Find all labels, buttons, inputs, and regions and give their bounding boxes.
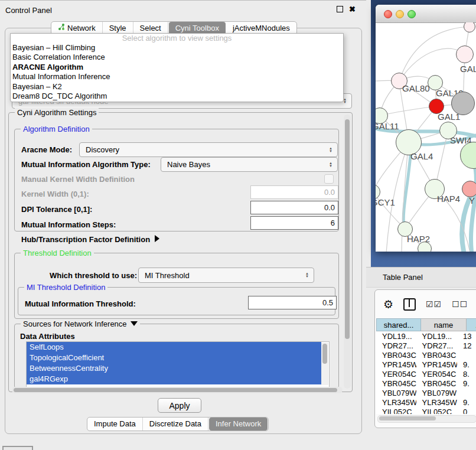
table-cell[interactable]: YDL19...	[376, 332, 416, 341]
table-cell[interactable]: 8.	[457, 370, 476, 379]
mi-algorithm-type-combobox[interactable]: Naive Bayes ▲▼	[161, 157, 338, 172]
scrollbar-thumb[interactable]	[322, 344, 327, 364]
columns-icon[interactable]	[403, 298, 416, 311]
algorithm-option[interactable]: ARACNE Algorithm	[11, 63, 343, 72]
table-horizontal-scrollbar[interactable]	[377, 415, 476, 423]
sources-toggle[interactable]: Sources for Network Inference	[21, 319, 140, 328]
table-row[interactable]: YPR145WYPR145W9.	[376, 360, 476, 370]
table-row[interactable]: YDL19...YDL19...13	[376, 332, 476, 341]
table-row[interactable]: YDR27...YDR27...12	[376, 341, 476, 351]
column-header-name[interactable]: name	[421, 318, 467, 331]
table-cell[interactable]: YDR27...	[416, 341, 457, 351]
zoom-window-icon[interactable]	[407, 10, 416, 18]
table-row[interactable]: YER054CYER054C8.	[376, 370, 476, 379]
network-view-window[interactable]: GALGAL80GAL10GAL1GAL11SWI4GAL4GCY1HAP4YH…	[376, 5, 476, 252]
attribute-item[interactable]: SelfLoops	[27, 342, 321, 353]
table-panel: ⚙ ☑☑ ☐☐ shared... name A YDL19...YDL19..…	[374, 289, 476, 428]
algorithm-option[interactable]: Mutual Information Inference	[11, 72, 343, 81]
unchecked-boxes-icon[interactable]: ☐☐	[452, 299, 468, 309]
table-row[interactable]: YBL079WYBL079W	[376, 389, 476, 398]
table-cell[interactable]: YBR043C	[376, 351, 416, 360]
table-cell[interactable]	[457, 351, 476, 360]
dropdown-placeholder: Select algorithm to view settings	[11, 34, 343, 43]
manual-kernel-checkbox[interactable]	[324, 174, 334, 184]
tab-label: Network	[67, 23, 96, 34]
network-canvas[interactable]: GALGAL80GAL10GAL1GAL11SWI4GAL4GCY1HAP4YH…	[376, 22, 476, 252]
apply-label: Apply	[169, 401, 190, 410]
table-panel-titlebar: Table Panel	[366, 267, 476, 288]
mi-steps-field[interactable]: 6	[250, 216, 338, 230]
close-panel-icon[interactable]: ✖	[349, 6, 356, 12]
attribute-item[interactable]: BetweennessCentrality	[27, 363, 321, 374]
table-cell[interactable]: YLR345W	[416, 398, 457, 407]
checked-boxes-icon[interactable]: ☑☑	[426, 299, 442, 309]
table-cell[interactable]: YBL079W	[416, 389, 457, 398]
table-cell[interactable]	[457, 389, 476, 398]
table-cell[interactable]: YBR045C	[376, 379, 416, 389]
table-row[interactable]: YLR345WYLR345W9.	[376, 398, 476, 407]
table-row[interactable]: YIL052CYIL052C0	[376, 407, 476, 414]
network-node[interactable]	[451, 92, 475, 115]
apply-button[interactable]: Apply	[158, 398, 201, 413]
node-label: HAP4	[437, 194, 460, 204]
algorithm-option[interactable]: Dream8 DC_TDC Algorithm	[11, 92, 343, 101]
data-attributes-list[interactable]: SelfLoopsTopologicalCoefficientBetweenne…	[26, 341, 330, 387]
table-cell[interactable]: YER054C	[416, 370, 457, 379]
corner-widget-icon[interactable]	[2, 446, 33, 450]
column-header-shared-name[interactable]: shared...	[376, 318, 421, 331]
table-cell[interactable]: 9.	[457, 398, 476, 407]
table-body[interactable]: YDL19...YDL19...13YDR27...YDR27...12YBR0…	[376, 332, 476, 414]
algorithm-option[interactable]: Bayesian – K2	[11, 82, 343, 92]
gear-icon[interactable]: ⚙	[383, 299, 393, 310]
attribute-item[interactable]: gal4RGexp	[27, 374, 321, 384]
algorithm-option[interactable]: Basic Correlation Inference	[11, 53, 343, 62]
settings-horizontal-scrollbar[interactable]	[12, 387, 343, 393]
close-window-icon[interactable]	[384, 10, 392, 18]
table-cell[interactable]: YIL052C	[416, 407, 457, 414]
group-title: MI Threshold Definition	[24, 283, 107, 292]
float-window-icon[interactable]	[337, 6, 343, 12]
table-row[interactable]: YBR043CYBR043C	[376, 351, 476, 360]
scrollbar-thumb[interactable]	[345, 119, 350, 339]
combo-value: Discovery	[80, 145, 326, 154]
table-cell[interactable]: YBR043C	[416, 351, 457, 360]
table-cell[interactable]: YLR345W	[376, 398, 416, 407]
algorithm-option[interactable]: Bayesian – Hill Climbing	[11, 43, 343, 53]
network-window-titlebar[interactable]	[376, 5, 476, 23]
attributes-scrollbar[interactable]	[321, 343, 328, 385]
which-threshold-combobox[interactable]: MI Threshold ▲▼	[138, 268, 314, 283]
table-cell[interactable]: YIL052C	[376, 407, 416, 414]
table-cell[interactable]: YPR145W	[416, 360, 457, 370]
scrollbar-thumb[interactable]	[14, 388, 337, 392]
table-cell[interactable]: YDL19...	[416, 332, 457, 341]
table-cell[interactable]: YDR27...	[376, 341, 416, 351]
network-node[interactable]	[462, 181, 476, 197]
combo-arrows-icon: ▲▼	[326, 147, 337, 153]
table-cell[interactable]: 9.	[457, 360, 476, 370]
table-cell[interactable]: 9.	[457, 379, 476, 389]
table-cell[interactable]: YBR045C	[416, 379, 457, 389]
hub-section-toggle[interactable]: Hub/Transcription Factor Definition	[21, 235, 159, 244]
table-cell[interactable]: 13	[457, 332, 476, 341]
table-row[interactable]: YBR045CYBR045C9.	[376, 379, 476, 389]
mi-threshold-field[interactable]: 0.5	[248, 296, 337, 309]
tab-discretize-data[interactable]: Discretize Data	[143, 418, 208, 431]
kernel-width-field[interactable]: 0.0	[250, 185, 338, 199]
network-icon	[58, 23, 65, 34]
table-cell[interactable]: YPR145W	[376, 360, 416, 370]
table-cell[interactable]: 0	[457, 407, 476, 414]
minimize-window-icon[interactable]	[396, 10, 404, 18]
dpi-tolerance-field[interactable]: 0.0	[250, 201, 338, 214]
settings-vertical-scrollbar[interactable]	[344, 115, 351, 389]
network-node[interactable]	[456, 45, 474, 63]
aracne-mode-combobox[interactable]: Discovery ▲▼	[79, 142, 338, 157]
attribute-item[interactable]: TopologicalCoefficient	[27, 353, 321, 363]
column-header-partial[interactable]: A	[467, 318, 476, 331]
network-node[interactable]	[418, 242, 432, 252]
tab-impute-data[interactable]: Impute Data	[87, 418, 143, 431]
scrollbar-thumb[interactable]	[379, 416, 436, 420]
table-cell[interactable]: YBL079W	[376, 389, 416, 398]
table-cell[interactable]: 12	[457, 341, 476, 351]
table-cell[interactable]: YER054C	[376, 370, 416, 379]
tab-infer-network[interactable]: Infer Network	[209, 418, 268, 431]
